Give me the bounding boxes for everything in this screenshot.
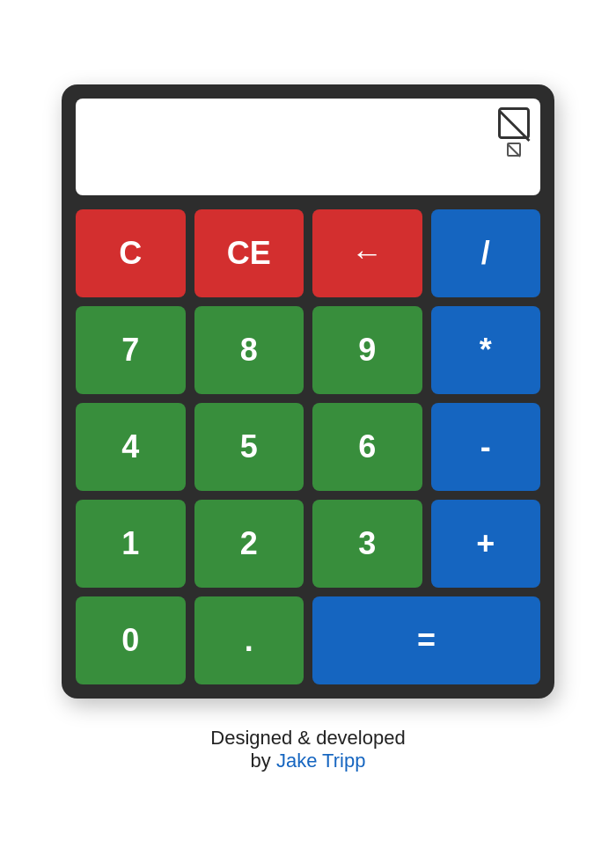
btn-sub[interactable]: - [431,403,541,491]
btn-5[interactable]: 5 [194,403,304,491]
btn-dot[interactable]: . [194,596,304,684]
btn-7[interactable]: 7 [76,306,186,394]
display [76,99,540,195]
footer: Designed & developed by Jake Tripp [210,727,405,772]
calculator: C CE ← / 7 8 9 * 4 5 6 - 1 2 3 + 0 . = [62,84,554,699]
btn-mul[interactable]: * [431,306,541,394]
btn-1[interactable]: 1 [76,500,186,588]
btn-6[interactable]: 6 [312,403,422,491]
btn-add[interactable]: + [431,500,541,588]
btn-back[interactable]: ← [312,209,422,297]
btn-div[interactable]: / [431,209,541,297]
btn-8[interactable]: 8 [194,306,304,394]
btn-3[interactable]: 3 [312,500,422,588]
display-icon-main [498,107,530,139]
calculator-wrapper: C CE ← / 7 8 9 * 4 5 6 - 1 2 3 + 0 . = D… [62,84,554,772]
btn-ce[interactable]: CE [194,209,304,297]
btn-4[interactable]: 4 [76,403,186,491]
btn-c[interactable]: C [76,209,186,297]
footer-by-prefix: by [251,750,276,772]
footer-author-name: Jake Tripp [276,750,366,772]
btn-9[interactable]: 9 [312,306,422,394]
display-icons [498,107,530,157]
btn-eq[interactable]: = [312,596,540,684]
keypad: C CE ← / 7 8 9 * 4 5 6 - 1 2 3 + 0 . = [76,209,540,684]
btn-0[interactable]: 0 [76,596,186,684]
btn-2[interactable]: 2 [194,500,304,588]
display-icon-small [507,143,521,157]
footer-line2: by Jake Tripp [210,750,405,772]
footer-line1: Designed & developed [210,727,405,750]
